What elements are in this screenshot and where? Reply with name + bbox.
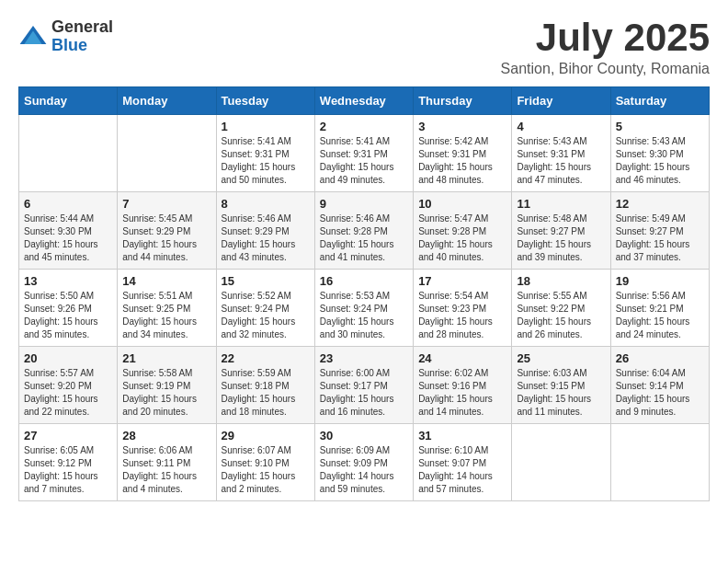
month-title: July 2025 bbox=[501, 18, 710, 57]
day-number: 20 bbox=[24, 351, 112, 365]
weekday-header-row: SundayMondayTuesdayWednesdayThursdayFrid… bbox=[19, 87, 710, 115]
day-info: Sunrise: 5:41 AM Sunset: 9:31 PM Dayligh… bbox=[320, 135, 408, 187]
day-info: Sunrise: 6:05 AM Sunset: 9:12 PM Dayligh… bbox=[24, 444, 112, 496]
day-info: Sunrise: 5:43 AM Sunset: 9:31 PM Dayligh… bbox=[517, 135, 605, 187]
calendar-cell: 7Sunrise: 5:45 AM Sunset: 9:29 PM Daylig… bbox=[118, 192, 216, 270]
day-number: 2 bbox=[320, 120, 408, 133]
calendar-cell: 2Sunrise: 5:41 AM Sunset: 9:31 PM Daylig… bbox=[314, 115, 413, 192]
day-number: 23 bbox=[320, 351, 408, 365]
day-number: 22 bbox=[222, 351, 310, 365]
day-info: Sunrise: 6:10 AM Sunset: 9:07 PM Dayligh… bbox=[418, 444, 506, 496]
location-title: Santion, Bihor County, Romania bbox=[501, 61, 710, 77]
day-number: 16 bbox=[320, 274, 408, 288]
calendar-cell: 24Sunrise: 6:02 AM Sunset: 9:16 PM Dayli… bbox=[414, 347, 512, 424]
day-number: 5 bbox=[616, 120, 704, 133]
calendar-cell: 16Sunrise: 5:53 AM Sunset: 9:24 PM Dayli… bbox=[314, 270, 413, 347]
weekday-header-saturday: Saturday bbox=[610, 87, 709, 115]
weekday-header-wednesday: Wednesday bbox=[314, 87, 413, 115]
day-info: Sunrise: 5:47 AM Sunset: 9:28 PM Dayligh… bbox=[418, 213, 506, 264]
day-info: Sunrise: 6:00 AM Sunset: 9:17 PM Dayligh… bbox=[320, 367, 408, 419]
calendar-cell bbox=[19, 115, 118, 192]
weekday-header-friday: Friday bbox=[512, 87, 610, 115]
calendar-cell: 12Sunrise: 5:49 AM Sunset: 9:27 PM Dayli… bbox=[610, 192, 709, 270]
day-info: Sunrise: 5:44 AM Sunset: 9:30 PM Dayligh… bbox=[24, 213, 112, 264]
calendar-week-5: 27Sunrise: 6:05 AM Sunset: 9:12 PM Dayli… bbox=[19, 424, 710, 501]
day-info: Sunrise: 6:02 AM Sunset: 9:16 PM Dayligh… bbox=[418, 367, 506, 419]
day-number: 24 bbox=[418, 351, 506, 365]
day-info: Sunrise: 5:46 AM Sunset: 9:28 PM Dayligh… bbox=[320, 213, 408, 264]
calendar-cell: 26Sunrise: 6:04 AM Sunset: 9:14 PM Dayli… bbox=[610, 347, 709, 424]
calendar-cell: 25Sunrise: 6:03 AM Sunset: 9:15 PM Dayli… bbox=[512, 347, 610, 424]
calendar-cell bbox=[118, 115, 216, 192]
day-number: 1 bbox=[222, 120, 310, 133]
calendar-week-4: 20Sunrise: 5:57 AM Sunset: 9:20 PM Dayli… bbox=[19, 347, 710, 424]
day-number: 17 bbox=[418, 274, 506, 288]
day-number: 29 bbox=[222, 429, 310, 442]
day-number: 28 bbox=[122, 429, 210, 442]
day-number: 27 bbox=[24, 429, 112, 442]
day-info: Sunrise: 5:57 AM Sunset: 9:20 PM Dayligh… bbox=[24, 367, 112, 419]
calendar-cell: 29Sunrise: 6:07 AM Sunset: 9:10 PM Dayli… bbox=[216, 424, 314, 501]
calendar-cell: 22Sunrise: 5:59 AM Sunset: 9:18 PM Dayli… bbox=[216, 347, 314, 424]
day-info: Sunrise: 5:54 AM Sunset: 9:23 PM Dayligh… bbox=[418, 290, 506, 341]
calendar-cell bbox=[512, 424, 610, 501]
day-number: 26 bbox=[616, 351, 704, 365]
calendar-cell: 31Sunrise: 6:10 AM Sunset: 9:07 PM Dayli… bbox=[414, 424, 512, 501]
day-number: 12 bbox=[616, 197, 704, 211]
weekday-header-sunday: Sunday bbox=[19, 87, 118, 115]
day-number: 10 bbox=[418, 197, 506, 211]
day-info: Sunrise: 5:42 AM Sunset: 9:31 PM Dayligh… bbox=[418, 135, 506, 187]
day-number: 4 bbox=[517, 120, 605, 133]
weekday-header-tuesday: Tuesday bbox=[216, 87, 314, 115]
calendar-cell bbox=[610, 424, 709, 501]
day-info: Sunrise: 5:49 AM Sunset: 9:27 PM Dayligh… bbox=[616, 213, 704, 264]
calendar-cell: 4Sunrise: 5:43 AM Sunset: 9:31 PM Daylig… bbox=[512, 115, 610, 192]
calendar-cell: 13Sunrise: 5:50 AM Sunset: 9:26 PM Dayli… bbox=[19, 270, 118, 347]
day-info: Sunrise: 5:56 AM Sunset: 9:21 PM Dayligh… bbox=[616, 290, 704, 341]
day-number: 15 bbox=[222, 274, 310, 288]
calendar-cell: 18Sunrise: 5:55 AM Sunset: 9:22 PM Dayli… bbox=[512, 270, 610, 347]
day-number: 3 bbox=[418, 120, 506, 133]
day-info: Sunrise: 5:43 AM Sunset: 9:30 PM Dayligh… bbox=[616, 135, 704, 187]
day-info: Sunrise: 5:53 AM Sunset: 9:24 PM Dayligh… bbox=[320, 290, 408, 341]
day-info: Sunrise: 5:59 AM Sunset: 9:18 PM Dayligh… bbox=[222, 367, 310, 419]
page-header: General Blue July 2025 Santion, Bihor Co… bbox=[18, 18, 710, 77]
day-number: 13 bbox=[24, 274, 112, 288]
day-info: Sunrise: 6:09 AM Sunset: 9:09 PM Dayligh… bbox=[320, 444, 408, 496]
calendar-cell: 27Sunrise: 6:05 AM Sunset: 9:12 PM Dayli… bbox=[19, 424, 118, 501]
calendar-table: SundayMondayTuesdayWednesdayThursdayFrid… bbox=[18, 86, 710, 501]
calendar-cell: 5Sunrise: 5:43 AM Sunset: 9:30 PM Daylig… bbox=[610, 115, 709, 192]
calendar-cell: 6Sunrise: 5:44 AM Sunset: 9:30 PM Daylig… bbox=[19, 192, 118, 270]
calendar-cell: 17Sunrise: 5:54 AM Sunset: 9:23 PM Dayli… bbox=[414, 270, 512, 347]
day-info: Sunrise: 5:45 AM Sunset: 9:29 PM Dayligh… bbox=[122, 213, 210, 264]
calendar-cell: 11Sunrise: 5:48 AM Sunset: 9:27 PM Dayli… bbox=[512, 192, 610, 270]
calendar-cell: 9Sunrise: 5:46 AM Sunset: 9:28 PM Daylig… bbox=[314, 192, 413, 270]
day-info: Sunrise: 6:03 AM Sunset: 9:15 PM Dayligh… bbox=[517, 367, 605, 419]
logo: General Blue bbox=[18, 18, 113, 55]
day-number: 8 bbox=[222, 197, 310, 211]
day-info: Sunrise: 6:06 AM Sunset: 9:11 PM Dayligh… bbox=[122, 444, 210, 496]
calendar-cell: 10Sunrise: 5:47 AM Sunset: 9:28 PM Dayli… bbox=[414, 192, 512, 270]
calendar-week-2: 6Sunrise: 5:44 AM Sunset: 9:30 PM Daylig… bbox=[19, 192, 710, 270]
day-info: Sunrise: 5:51 AM Sunset: 9:25 PM Dayligh… bbox=[122, 290, 210, 341]
day-number: 6 bbox=[24, 197, 112, 211]
title-block: July 2025 Santion, Bihor County, Romania bbox=[501, 18, 710, 77]
day-info: Sunrise: 5:55 AM Sunset: 9:22 PM Dayligh… bbox=[517, 290, 605, 341]
day-number: 30 bbox=[320, 429, 408, 442]
calendar-cell: 1Sunrise: 5:41 AM Sunset: 9:31 PM Daylig… bbox=[216, 115, 314, 192]
calendar-cell: 3Sunrise: 5:42 AM Sunset: 9:31 PM Daylig… bbox=[414, 115, 512, 192]
day-number: 9 bbox=[320, 197, 408, 211]
calendar-cell: 23Sunrise: 6:00 AM Sunset: 9:17 PM Dayli… bbox=[314, 347, 413, 424]
calendar-week-3: 13Sunrise: 5:50 AM Sunset: 9:26 PM Dayli… bbox=[19, 270, 710, 347]
day-number: 11 bbox=[517, 197, 605, 211]
day-number: 31 bbox=[418, 429, 506, 442]
day-number: 25 bbox=[517, 351, 605, 365]
day-info: Sunrise: 5:48 AM Sunset: 9:27 PM Dayligh… bbox=[517, 213, 605, 264]
calendar-cell: 15Sunrise: 5:52 AM Sunset: 9:24 PM Dayli… bbox=[216, 270, 314, 347]
calendar-cell: 20Sunrise: 5:57 AM Sunset: 9:20 PM Dayli… bbox=[19, 347, 118, 424]
calendar-cell: 19Sunrise: 5:56 AM Sunset: 9:21 PM Dayli… bbox=[610, 270, 709, 347]
day-number: 21 bbox=[122, 351, 210, 365]
day-info: Sunrise: 5:50 AM Sunset: 9:26 PM Dayligh… bbox=[24, 290, 112, 341]
calendar-week-1: 1Sunrise: 5:41 AM Sunset: 9:31 PM Daylig… bbox=[19, 115, 710, 192]
weekday-header-thursday: Thursday bbox=[414, 87, 512, 115]
